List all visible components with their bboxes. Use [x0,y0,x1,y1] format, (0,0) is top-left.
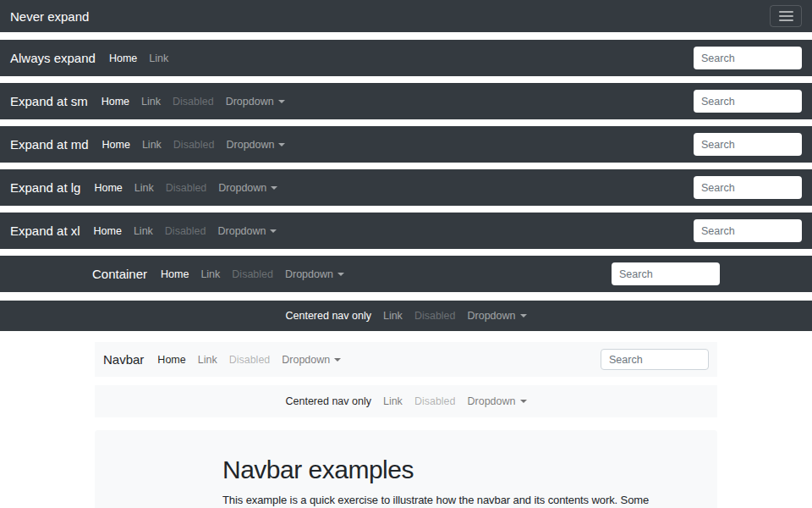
nav-link-link[interactable]: Link [377,310,409,322]
nav-dropdown-toggle[interactable]: Dropdown [211,225,283,237]
navbar-toggler-button[interactable] [770,5,802,27]
hamburger-icon [779,11,793,13]
navbar-expand-sm: Expand at sm Home Link Disabled Dropdown [0,83,812,119]
hamburger-icon [779,19,793,21]
nav-links: Centered nav only Link Disabled Dropdown [279,310,532,322]
jumbotron-content: Navbar examples This example is a quick … [222,456,590,508]
nav-links: Home Link Disabled Dropdown [88,182,283,194]
nav-links: Home Link [103,52,174,64]
nav-link-link[interactable]: Link [195,268,226,280]
jumbotron: Navbar examples This example is a quick … [95,430,717,508]
nav-dropdown-toggle[interactable]: Dropdown [276,354,347,366]
nav-link-disabled: Disabled [409,395,462,407]
nav-dropdown-toggle[interactable]: Dropdown [279,268,350,280]
nav-link-home[interactable]: Home [88,182,128,194]
intro-line-1: This example is a quick exercise to illu… [222,491,590,508]
container: Container Home Link Disabled Dropdown [92,256,720,292]
nav-link-disabled: Disabled [159,225,212,237]
navbar-brand[interactable]: Expand at md [10,137,89,152]
navbar-brand[interactable]: Navbar [103,352,144,367]
nav-links: Home Link Disabled Dropdown [151,354,347,366]
caret-down-icon [334,358,341,362]
nav-link-disabled: Disabled [167,96,220,108]
nav-link-centered[interactable]: Centered nav only [279,310,376,322]
nav-links: Home Link Disabled Dropdown [155,268,350,280]
search-input[interactable] [694,219,802,242]
intro-paragraph: This example is a quick exercise to illu… [222,491,590,508]
navbar-brand[interactable]: Expand at xl [10,224,80,238]
search-input[interactable] [694,176,802,199]
nav-link-disabled: Disabled [160,182,213,194]
nav-links: Centered nav only Link Disabled Dropdown [279,395,532,407]
nav-dropdown-toggle[interactable]: Dropdown [220,96,291,108]
navbar-brand[interactable]: Container [92,267,147,281]
caret-down-icon [278,143,285,146]
page-title: Navbar examples [222,456,590,484]
caret-down-icon [278,100,285,103]
nav-link-disabled: Disabled [223,354,277,366]
nav-link-link[interactable]: Link [128,225,159,237]
caret-down-icon [520,400,527,403]
nav-dropdown-toggle[interactable]: Dropdown [462,310,533,322]
nav-link-home[interactable]: Home [103,52,143,64]
nav-links: Home Link Disabled Dropdown [96,139,292,151]
nav-link-link[interactable]: Link [129,182,160,194]
nav-link-home[interactable]: Home [151,354,191,366]
search-input[interactable] [694,47,802,69]
navbar-brand[interactable]: Expand at lg [10,180,80,195]
navbar-expand-lg: Expand at lg Home Link Disabled Dropdown [0,169,812,206]
navbar-never-expand: Never expand [0,0,812,32]
nav-link-disabled: Disabled [226,268,279,280]
search-input[interactable] [601,349,709,370]
nav-dropdown-toggle[interactable]: Dropdown [220,139,291,151]
navbar-brand[interactable]: Always expand [10,51,96,65]
search-input[interactable] [612,262,720,285]
nav-link-link[interactable]: Link [135,96,167,108]
hamburger-icon [779,15,793,17]
search-input[interactable] [694,90,802,113]
nav-link-disabled: Disabled [167,139,221,151]
navbar-brand[interactable]: Never expand [10,9,89,24]
navbar-expand-xl: Expand at xl Home Link Disabled Dropdown [0,213,812,249]
nav-link-link[interactable]: Link [192,354,223,366]
navbar-always-expand: Always expand Home Link [0,40,812,76]
nav-link-home[interactable]: Home [96,96,135,108]
nav-link-home[interactable]: Home [88,225,128,237]
navbar-container: Container Home Link Disabled Dropdown [0,256,812,292]
nav-dropdown-toggle[interactable]: Dropdown [462,395,533,407]
nav-link-home[interactable]: Home [155,268,195,280]
navbar-centered-light: Centered nav only Link Disabled Dropdown [95,385,717,417]
nav-link-centered[interactable]: Centered nav only [279,395,376,407]
nav-links: Home Link Disabled Dropdown [96,96,291,108]
navbar-brand[interactable]: Expand at sm [10,94,88,108]
navbar-expand-md: Expand at md Home Link Disabled Dropdown [0,126,812,163]
caret-down-icon [337,273,344,276]
caret-down-icon [520,314,527,318]
nav-link-link[interactable]: Link [143,52,174,64]
nav-links: Home Link Disabled Dropdown [88,225,283,237]
navbar-light: Navbar Home Link Disabled Dropdown [95,342,717,377]
nav-dropdown-toggle[interactable]: Dropdown [212,182,283,194]
caret-down-icon [271,186,277,190]
caret-down-icon [270,229,277,233]
nav-link-disabled: Disabled [409,310,462,322]
nav-link-link[interactable]: Link [136,139,167,151]
navbar-centered-dark: Centered nav only Link Disabled Dropdown [0,301,812,331]
nav-link-home[interactable]: Home [96,139,136,151]
nav-link-link[interactable]: Link [377,395,409,407]
search-input[interactable] [694,133,802,156]
